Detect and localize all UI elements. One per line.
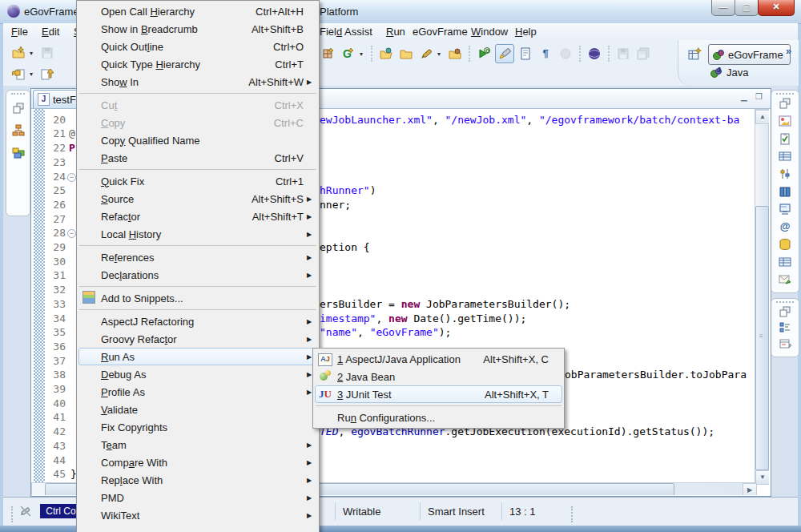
menu-item-label: Paste — [99, 152, 275, 164]
folder-button[interactable] — [397, 45, 415, 62]
context-menu-item-local-history[interactable]: Local History▶ — [78, 225, 317, 243]
drag-handle[interactable] — [11, 506, 17, 522]
fold-collapse-icon[interactable]: − — [67, 229, 76, 238]
result-view-icon[interactable] — [779, 256, 791, 268]
editor-minimize-icon[interactable]: ▁ — [741, 92, 747, 101]
aj-icon: AJ — [316, 352, 335, 366]
properties-view-icon[interactable] — [779, 150, 791, 163]
context-menu-separator — [79, 93, 316, 94]
outline-view-icon[interactable] — [779, 321, 791, 334]
eclipse-sphere-button[interactable] — [586, 45, 603, 62]
context-menu-item-profile-as[interactable]: Profile As▶ — [78, 383, 317, 401]
context-menu-item-run-as[interactable]: Run As▶ — [78, 348, 317, 365]
export-button[interactable] — [38, 65, 56, 83]
scroll-up-icon[interactable]: ▲ — [755, 110, 769, 124]
scroll-down-icon[interactable]: ▼ — [755, 470, 769, 485]
open-folder-button[interactable] — [377, 45, 395, 62]
context-menu-item-open-call-hierarchy[interactable]: Open Call HierarchyCtrl+Alt+H — [78, 2, 317, 20]
image-view-icon[interactable] — [779, 115, 791, 127]
vertical-scroll-thumb[interactable]: ≡ — [755, 206, 769, 470]
context-menu-item-references[interactable]: References▶ — [78, 248, 317, 266]
pen-tool-icon — [420, 47, 433, 60]
format-document-button[interactable] — [517, 45, 534, 62]
new-wizard-button[interactable] — [10, 44, 27, 62]
run-as-item-1-aspectj-java-application[interactable]: AJ1 AspectJ/Java ApplicationAlt+Shift+X,… — [315, 350, 562, 368]
menu-item-label: AspectJ Refactoring — [99, 316, 304, 328]
drag-handle[interactable] — [11, 93, 25, 99]
perspective-egovframe-button[interactable]: eGovFrame — [708, 44, 791, 65]
editor-maximize-icon[interactable]: ❒ — [755, 92, 763, 101]
annotations-view-icon[interactable]: @ — [779, 220, 791, 233]
maximize-button[interactable]: ▢ — [735, 0, 759, 16]
context-menu-item-paste[interactable]: PasteCtrl+V — [78, 149, 317, 167]
context-menu-item-compare-with[interactable]: Compare With▶ — [78, 453, 317, 471]
menubar-window[interactable]: Window — [471, 26, 508, 38]
drag-handle[interactable] — [571, 506, 577, 522]
menubar-run[interactable]: Run — [386, 26, 405, 38]
restore-view-icon[interactable] — [12, 102, 25, 115]
pen-dropdown-icon[interactable]: ▾ — [437, 50, 444, 58]
new-dropdown-icon[interactable]: ▾ — [30, 50, 36, 57]
close-button[interactable]: ✕ — [758, 0, 795, 16]
fold-collapse-icon[interactable]: − — [67, 173, 76, 182]
perspective-overflow-chevron[interactable]: » — [786, 45, 791, 57]
templates-view-icon[interactable] — [779, 337, 791, 350]
restore-view-icon[interactable] — [779, 305, 791, 318]
context-menu-item-debug-as[interactable]: Debug As▶ — [78, 365, 317, 383]
restore-view-icon[interactable] — [779, 97, 791, 110]
context-menu-item-pmd[interactable]: PMD▶ — [78, 489, 317, 506]
folder-ball-button[interactable] — [446, 45, 464, 62]
snippets-view-icon[interactable] — [779, 273, 791, 286]
menubar-egovframe[interactable]: eGovFrame — [413, 26, 468, 38]
new-egov-grid-button[interactable] — [320, 45, 337, 62]
vertical-scrollbar[interactable]: ▲ ≡ ▼ — [755, 109, 769, 484]
context-menu-item-source[interactable]: SourceAlt+Shift+S▶ — [78, 190, 317, 208]
run-as-item-3-junit-test[interactable]: JU3 JUnit TestAlt+Shift+X, T — [315, 385, 562, 403]
context-menu-item-aspectj-refactoring[interactable]: AspectJ Refactoring▶ — [78, 312, 317, 330]
minimize-button[interactable]: — — [711, 0, 735, 16]
console-view-icon[interactable] — [779, 203, 791, 216]
run-as-item-2-java-bean[interactable]: 2 Java Bean — [315, 368, 562, 385]
context-menu-item-show-in[interactable]: Show InAlt+Shift+W▶ — [78, 73, 317, 91]
import-button[interactable] — [10, 65, 27, 83]
sliders-view-icon[interactable] — [779, 167, 791, 180]
context-menu-item-copy-qualified-name[interactable]: Copy Qualified Name — [78, 131, 317, 149]
package-explorer-view-icon[interactable] — [12, 147, 25, 159]
context-menu-item-quick-fix[interactable]: Quick FixCtrl+1 — [78, 172, 317, 190]
egov-generate-button[interactable] — [340, 45, 357, 62]
code-line-22: P — [69, 141, 75, 155]
run-as-item-run-configurations[interactable]: Run Configurations... — [315, 409, 562, 426]
context-menu-item-show-in-breadcrumb[interactable]: Show in BreadcrumbAlt+Shift+B — [78, 20, 317, 38]
code-line-26: nner; — [320, 198, 351, 212]
context-menu-item-fix-copyrights[interactable]: Fix Copyrights — [78, 418, 317, 436]
help-view-icon[interactable] — [779, 185, 791, 198]
data-source-view-icon[interactable] — [779, 238, 791, 251]
menubar-file[interactable]: File — [11, 26, 28, 38]
annotation-ruler — [34, 109, 45, 482]
menubar-field-assist[interactable]: Field Assist — [320, 26, 372, 38]
menubar-help[interactable]: Help — [515, 26, 537, 38]
context-menu-item-validate[interactable]: Validate — [78, 401, 317, 418]
hierarchy-view-icon[interactable] — [12, 124, 25, 137]
context-menu-item-quick-outline[interactable]: Quick OutlineCtrl+O — [78, 38, 317, 55]
context-menu-item-replace-with[interactable]: Replace With▶ — [78, 471, 317, 489]
generate-dropdown-icon[interactable]: ▾ — [360, 50, 366, 58]
open-perspective-icon[interactable] — [688, 47, 702, 61]
import-dropdown-icon[interactable]: ▾ — [30, 71, 36, 78]
show-whitespace-button[interactable]: ¶ — [537, 45, 554, 62]
pen-tool-button[interactable] — [417, 45, 435, 62]
context-menu-item-wikitext[interactable]: WikiText▶ — [78, 506, 317, 524]
context-menu-item-quick-type-hierarchy[interactable]: Quick Type HierarchyCtrl+T — [78, 55, 317, 73]
scroll-right-icon[interactable]: ▶ — [743, 483, 757, 495]
line-number: 27 — [45, 212, 68, 227]
context-menu-item-refactor[interactable]: RefactorAlt+Shift+T▶ — [78, 208, 317, 225]
tasks-view-icon[interactable] — [779, 132, 791, 145]
menubar-edit[interactable]: Edit — [42, 26, 59, 38]
context-menu-item-declarations[interactable]: Declarations▶ — [78, 266, 317, 284]
perspective-java-button[interactable]: Java — [710, 66, 748, 79]
highlight-marker-button[interactable] — [495, 44, 514, 63]
context-menu-item-groovy-refactor[interactable]: Groovy Refactor▶ — [78, 330, 317, 348]
context-menu-item-team[interactable]: Team▶ — [78, 436, 317, 453]
run-external-tools-button[interactable] — [475, 45, 493, 62]
context-menu-item-add-to-snippets[interactable]: Add to Snippets... — [78, 289, 317, 307]
